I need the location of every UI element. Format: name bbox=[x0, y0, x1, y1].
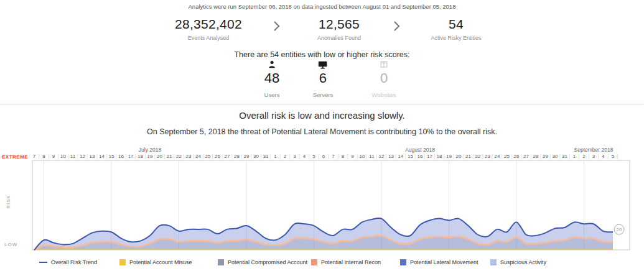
user-icon bbox=[264, 60, 280, 69]
legend-item-internal-recon: Potential Internal Recon bbox=[311, 259, 381, 265]
svg-text:17: 17 bbox=[128, 154, 134, 159]
events-analysed-value: 28,352,402 bbox=[175, 17, 242, 32]
svg-text:22: 22 bbox=[475, 154, 481, 159]
entity-type-servers[interactable]: 6 Servers bbox=[313, 60, 334, 98]
svg-text:3: 3 bbox=[293, 154, 296, 159]
svg-text:4: 4 bbox=[602, 154, 605, 159]
svg-text:September 2018: September 2018 bbox=[574, 147, 614, 153]
server-icon bbox=[313, 60, 334, 69]
entity-type-users[interactable]: 48 Users bbox=[264, 60, 280, 98]
svg-text:7: 7 bbox=[332, 154, 335, 159]
svg-text:12: 12 bbox=[80, 154, 85, 159]
svg-text:27: 27 bbox=[225, 154, 230, 159]
servers-label: Servers bbox=[313, 91, 334, 98]
svg-text:9: 9 bbox=[52, 154, 55, 159]
legend-label: Potential Compromised Account bbox=[228, 259, 307, 265]
websites-count: 0 bbox=[372, 70, 396, 86]
svg-text:15: 15 bbox=[408, 154, 413, 159]
anomalies-found-label: Anomalies Found bbox=[317, 35, 361, 41]
svg-text:22: 22 bbox=[176, 154, 182, 159]
svg-text:1: 1 bbox=[573, 154, 576, 159]
svg-text:30: 30 bbox=[553, 154, 558, 159]
svg-text:5: 5 bbox=[612, 154, 615, 159]
stat-events-analysed[interactable]: 28,352,402 Events Analysed bbox=[175, 17, 242, 41]
svg-text:26: 26 bbox=[514, 154, 520, 159]
svg-text:20: 20 bbox=[617, 227, 622, 232]
svg-text:12: 12 bbox=[379, 154, 385, 159]
svg-text:29: 29 bbox=[543, 154, 548, 159]
section-divider bbox=[0, 104, 644, 104]
legend-item-overall-risk-trend: Overall Risk Trend bbox=[39, 259, 97, 265]
legend-swatch-square bbox=[311, 259, 317, 265]
active-risky-entities-value: 54 bbox=[431, 17, 481, 32]
svg-text:16: 16 bbox=[418, 154, 423, 159]
overall-risk-headline: Overall risk is low and increasing slowl… bbox=[0, 110, 644, 121]
legend-swatch-square bbox=[218, 259, 224, 265]
svg-text:29: 29 bbox=[244, 154, 250, 159]
stat-anomalies-found[interactable]: 12,565 Anomalies Found bbox=[317, 17, 361, 41]
risk-trend-chart[interactable]: July 2018August 2018September 2018789101… bbox=[0, 147, 644, 254]
legend-swatch-square bbox=[119, 259, 126, 265]
svg-text:7: 7 bbox=[33, 154, 36, 159]
analytics-run-caption: Analytics were run September 06, 2018 on… bbox=[0, 3, 644, 10]
entities-summary-line: There are 54 entities with low or higher… bbox=[0, 50, 644, 59]
svg-text:3: 3 bbox=[592, 154, 595, 159]
svg-text:25: 25 bbox=[205, 154, 211, 159]
websites-label: Websites bbox=[372, 91, 396, 98]
svg-text:24: 24 bbox=[495, 154, 500, 159]
svg-text:14: 14 bbox=[99, 154, 105, 159]
svg-text:10: 10 bbox=[60, 154, 66, 159]
current-score-badge: 20 bbox=[614, 224, 624, 234]
users-label: Users bbox=[264, 91, 280, 98]
servers-count: 6 bbox=[313, 70, 334, 86]
svg-text:28: 28 bbox=[533, 154, 539, 159]
stat-active-risky-entities[interactable]: 54 Active Risky Entities bbox=[431, 17, 481, 41]
svg-text:27: 27 bbox=[523, 154, 529, 159]
legend-item-account-misuse: Potential Account Misuse bbox=[119, 259, 192, 265]
users-count: 48 bbox=[264, 70, 280, 86]
svg-text:25: 25 bbox=[504, 154, 510, 159]
website-icon bbox=[372, 60, 396, 69]
svg-text:11: 11 bbox=[369, 154, 375, 159]
svg-text:2: 2 bbox=[284, 154, 287, 159]
chevron-right-icon bbox=[274, 21, 281, 34]
svg-text:13: 13 bbox=[90, 154, 95, 159]
entity-type-websites[interactable]: 0 Websites bbox=[372, 60, 396, 98]
svg-text:July 2018: July 2018 bbox=[139, 147, 162, 153]
svg-text:15: 15 bbox=[109, 154, 114, 159]
events-analysed-label: Events Analysed bbox=[175, 35, 242, 41]
svg-text:19: 19 bbox=[446, 154, 452, 159]
svg-text:31: 31 bbox=[562, 154, 567, 159]
svg-text:24: 24 bbox=[195, 154, 201, 159]
svg-text:5: 5 bbox=[312, 154, 315, 159]
active-risky-entities-label: Active Risky Entities bbox=[431, 35, 481, 41]
legend-swatch-square bbox=[400, 259, 406, 265]
svg-text:1: 1 bbox=[274, 154, 277, 159]
svg-text:8: 8 bbox=[342, 154, 345, 159]
anomalies-found-value: 12,565 bbox=[317, 17, 361, 32]
chevron-right-icon bbox=[394, 21, 401, 34]
svg-text:9: 9 bbox=[351, 154, 354, 159]
svg-text:19: 19 bbox=[147, 154, 153, 159]
svg-text:18: 18 bbox=[138, 154, 143, 159]
legend-label: Potential Lateral Movement bbox=[410, 259, 478, 265]
risk-contribution-detail: On September 5, 2018 the threat of Poten… bbox=[0, 127, 644, 136]
svg-text:21: 21 bbox=[465, 154, 471, 159]
legend-label: Suspicious Activity bbox=[500, 259, 546, 265]
svg-text:11: 11 bbox=[70, 154, 76, 159]
legend-label: Overall Risk Trend bbox=[51, 259, 97, 265]
svg-text:23: 23 bbox=[485, 154, 490, 159]
legend-item-suspicious-activity: Suspicious Activity bbox=[490, 259, 546, 265]
legend-item-compromised-account: Potential Compromised Account bbox=[218, 259, 307, 265]
svg-text:23: 23 bbox=[186, 154, 192, 159]
svg-text:4: 4 bbox=[303, 154, 306, 159]
svg-text:18: 18 bbox=[437, 154, 442, 159]
svg-text:30: 30 bbox=[253, 154, 259, 159]
svg-text:16: 16 bbox=[118, 154, 124, 159]
svg-text:13: 13 bbox=[388, 154, 394, 159]
legend-swatch-line bbox=[39, 262, 47, 263]
svg-text:10: 10 bbox=[360, 154, 365, 159]
legend-label: Potential Internal Recon bbox=[321, 259, 381, 265]
svg-text:20: 20 bbox=[157, 154, 162, 159]
legend-item-lateral-movement: Potential Lateral Movement bbox=[400, 259, 478, 265]
